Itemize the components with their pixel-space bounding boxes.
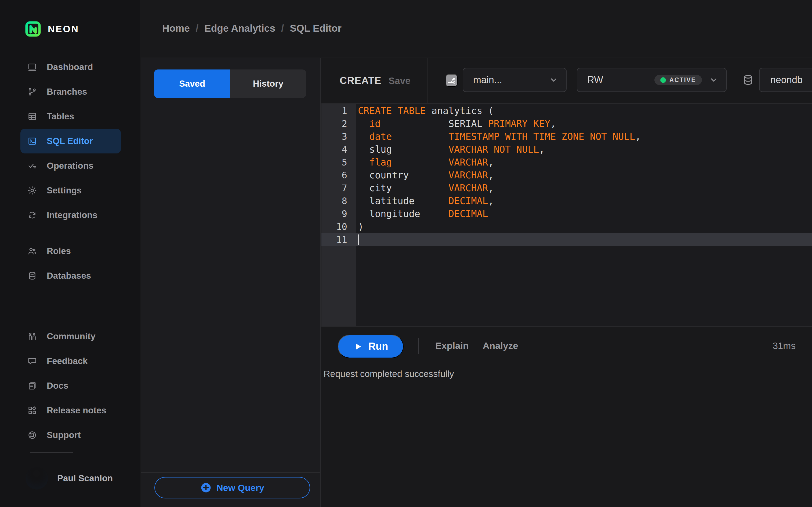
feedback-icon — [28, 356, 37, 366]
tab-saved[interactable]: Saved — [154, 69, 230, 98]
code-text: CREATE TABLE analytics ( — [356, 105, 494, 116]
user-menu[interactable]: Paul Scanlon — [26, 467, 113, 490]
sidebar-item-label: Tables — [47, 111, 74, 121]
line-number: 1 — [321, 105, 356, 116]
sidebar-item-feedback[interactable]: Feedback — [20, 349, 121, 374]
branch-action-button[interactable] — [446, 74, 458, 87]
sidebar-item-label: Branches — [47, 87, 87, 97]
code-content: 1CREATE TABLE analytics (2 id SERIAL PRI… — [321, 104, 812, 246]
sidebar-item-label: Community — [47, 331, 96, 341]
release-notes-icon — [28, 406, 37, 415]
user-name: Paul Scanlon — [57, 473, 113, 484]
breadcrumb-separator: / — [196, 23, 198, 34]
dashboard-icon — [28, 62, 37, 72]
line-number: 9 — [321, 209, 356, 219]
database-icon — [742, 72, 755, 88]
settings-icon — [28, 186, 37, 195]
status-dot-icon — [660, 77, 666, 83]
sidebar-item-label: Settings — [47, 185, 82, 195]
community-icon — [28, 332, 37, 341]
breadcrumb-item[interactable]: Edge Analytics — [204, 23, 275, 34]
sidebar-item-operations[interactable]: Operations — [20, 154, 121, 178]
code-line-4[interactable]: 4 slug VARCHAR NOT NULL, — [321, 143, 812, 156]
header-divider — [427, 58, 428, 103]
compute-select[interactable]: RW ACTIVE — [577, 68, 727, 92]
branch-select[interactable]: main... — [463, 68, 567, 92]
line-number: 3 — [321, 131, 356, 142]
breadcrumb-item[interactable]: SQL Editor — [290, 23, 342, 34]
sidebar-item-tables[interactable]: Tables — [20, 104, 121, 129]
neon-console: { "brand": { "name": "NEON" }, "sidebar"… — [0, 0, 812, 507]
sidebar-item-branches[interactable]: Branches — [20, 79, 121, 104]
sidebar-item-databases[interactable]: Databases — [20, 264, 121, 288]
save-button[interactable]: Save — [389, 58, 411, 103]
code-text: slug VARCHAR NOT NULL, — [356, 144, 545, 155]
results-panel: Request completed successfully — [321, 365, 812, 507]
code-text: country VARCHAR, — [356, 170, 494, 180]
line-number: 4 — [321, 144, 356, 155]
tables-icon — [28, 112, 37, 121]
code-text: date TIMESTAMP WITH TIME ZONE NOT NULL, — [356, 131, 641, 142]
chevron-down-icon — [709, 75, 719, 85]
operations-icon — [28, 161, 37, 171]
database-select[interactable]: neondb — [759, 68, 812, 92]
brand[interactable]: NEON — [25, 21, 79, 37]
code-line-7[interactable]: 7 city VARCHAR, — [321, 182, 812, 194]
code-line-9[interactable]: 9 longitude DECIMAL — [321, 207, 812, 220]
branches-icon — [28, 87, 37, 97]
code-text: latitude DECIMAL, — [356, 195, 494, 206]
sidebar-divider — [30, 452, 73, 453]
sidebar-item-settings[interactable]: Settings — [20, 178, 121, 203]
new-query-label: New Query — [216, 483, 264, 493]
sidebar-item-dashboard[interactable]: Dashboard — [20, 55, 121, 79]
text-cursor — [358, 234, 359, 245]
code-editor[interactable]: 1CREATE TABLE analytics (2 id SERIAL PRI… — [321, 104, 812, 326]
tab-history[interactable]: History — [230, 69, 306, 98]
sidebar-item-support[interactable]: Support — [20, 423, 121, 447]
neon-logo-icon — [25, 21, 41, 37]
line-number: 6 — [321, 170, 356, 180]
code-line-10[interactable]: 10) — [321, 220, 812, 233]
play-icon — [353, 342, 362, 351]
code-line-3[interactable]: 3 date TIMESTAMP WITH TIME ZONE NOT NULL… — [321, 130, 812, 143]
line-number: 11 — [321, 234, 356, 245]
brand-name: NEON — [48, 23, 79, 34]
code-line-1[interactable]: 1CREATE TABLE analytics ( — [321, 104, 812, 117]
code-text: id SERIAL PRIMARY KEY, — [356, 118, 556, 129]
breadcrumb: Home/Edge Analytics/SQL Editor — [162, 0, 342, 57]
code-line-8[interactable]: 8 latitude DECIMAL, — [321, 194, 812, 207]
sidebar-item-label: Operations — [47, 161, 93, 171]
run-bar-divider — [418, 338, 419, 354]
sidebar-item-release-notes[interactable]: Release notes — [20, 398, 121, 423]
code-text: ) — [356, 221, 364, 232]
code-line-2[interactable]: 2 id SERIAL PRIMARY KEY, — [321, 117, 812, 130]
run-bar: Run Explain Analyze 31ms — [321, 326, 812, 365]
support-icon — [28, 430, 37, 440]
sidebar-item-community[interactable]: Community — [20, 324, 121, 349]
code-line-6[interactable]: 6 country VARCHAR, — [321, 169, 812, 182]
code-line-5[interactable]: 5 flag VARCHAR, — [321, 156, 812, 169]
git-branch-icon — [447, 76, 456, 85]
sidebar-item-sql-editor[interactable]: SQL Editor — [20, 129, 121, 154]
query-title: CREATE — [340, 58, 381, 103]
chevron-down-icon — [549, 75, 559, 85]
new-query-button[interactable]: New Query — [154, 477, 310, 498]
sidebar-item-docs[interactable]: Docs — [20, 374, 121, 398]
sidebar-item-label: Roles — [47, 246, 71, 256]
breadcrumb-item[interactable]: Home — [162, 23, 190, 34]
analyze-button[interactable]: Analyze — [483, 340, 518, 351]
sidebar-item-integrations[interactable]: Integrations — [20, 203, 121, 227]
sidebar-item-label: Databases — [47, 271, 91, 281]
explain-button[interactable]: Explain — [435, 340, 468, 351]
sidebar-item-label: Support — [47, 430, 81, 440]
sidebar-nav-access: RolesDatabases — [0, 239, 140, 288]
sidebar: NEON DashboardBranchesTablesSQL EditorOp… — [0, 0, 140, 507]
sidebar-nav-main: DashboardBranchesTablesSQL EditorOperati… — [0, 55, 140, 227]
line-number: 8 — [321, 195, 356, 206]
sidebar-item-roles[interactable]: Roles — [20, 239, 121, 264]
code-line-11[interactable]: 11 — [321, 233, 812, 246]
sidebar-item-label: Feedback — [47, 356, 88, 366]
code-text — [356, 234, 359, 245]
run-button[interactable]: Run — [338, 335, 404, 358]
sidebar-item-label: Integrations — [47, 210, 97, 220]
